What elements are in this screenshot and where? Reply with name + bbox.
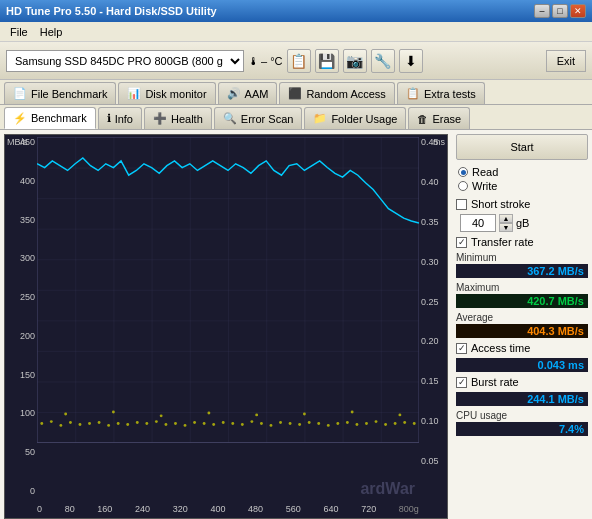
random-access-icon: ⬛ [288,87,302,100]
chart-y-axis-left: 450 400 350 300 250 200 150 100 50 0 [5,135,37,498]
maximum-row: Maximum 420.7 MB/s [456,282,588,308]
svg-point-12 [136,421,139,424]
svg-point-17 [184,424,187,427]
tab-health[interactable]: ➕ Health [144,107,212,129]
gb-spin-down[interactable]: ▼ [499,223,513,232]
thermometer-icon: 🌡 [248,55,259,67]
temperature-value: – °C [261,55,283,67]
tab-erase[interactable]: 🗑 Erase [408,107,470,129]
svg-point-19 [203,422,206,425]
svg-point-37 [375,420,378,423]
close-button[interactable]: ✕ [570,4,586,18]
gb-input[interactable] [460,214,496,232]
transfer-rate-checkbox[interactable]: ✓ [456,237,467,248]
toolbar-icon-2[interactable]: 💾 [315,49,339,73]
svg-point-13 [145,422,148,425]
extra-tests-icon: 📋 [406,87,420,100]
chart-y-axis-right: 0.45 0.40 0.35 0.30 0.25 0.20 0.15 0.10 … [419,135,447,498]
average-value: 404.3 MB/s [456,324,588,338]
svg-point-40 [403,421,406,424]
tab-extra-tests[interactable]: 📋 Extra tests [397,82,485,104]
svg-point-15 [164,423,167,426]
svg-point-42 [64,413,67,416]
maximum-label: Maximum [456,282,588,293]
chart-svg [37,137,419,443]
svg-point-45 [207,412,210,415]
toolbar-icon-5[interactable]: ⬇ [399,49,423,73]
transfer-rate-item[interactable]: ✓ Transfer rate [456,236,588,248]
chart-inner [37,137,419,500]
read-label: Read [472,166,498,178]
svg-point-31 [317,422,320,425]
svg-point-36 [365,422,368,425]
svg-point-47 [303,413,306,416]
tab-error-scan[interactable]: 🔍 Error Scan [214,107,303,129]
cpu-row: CPU usage 7.4% [456,410,588,436]
burst-rate-label: Burst rate [471,376,519,388]
short-stroke-checkbox[interactable] [456,199,467,210]
svg-point-3 [50,420,53,423]
info-icon: ℹ [107,112,111,125]
burst-rate-item[interactable]: ✓ Burst rate [456,376,588,388]
gb-spin-up[interactable]: ▲ [499,214,513,223]
write-radio[interactable] [458,181,468,191]
menu-file[interactable]: File [4,24,34,40]
toolbar-icon-3[interactable]: 📷 [343,49,367,73]
svg-point-5 [69,421,72,424]
access-time-item[interactable]: ✓ Access time [456,342,588,354]
svg-point-2 [40,422,43,425]
svg-point-30 [308,421,311,424]
write-radio-item[interactable]: Write [458,180,586,192]
svg-point-38 [384,423,387,426]
toolbar-icon-4[interactable]: 🔧 [371,49,395,73]
short-stroke-item[interactable]: Short stroke [456,198,588,210]
svg-point-48 [351,411,354,414]
error-scan-icon: 🔍 [223,112,237,125]
average-label: Average [456,312,588,323]
cpu-value: 7.4% [456,422,588,436]
svg-point-6 [79,423,82,426]
minimize-button[interactable]: – [534,4,550,18]
svg-point-16 [174,422,177,425]
svg-point-25 [260,422,263,425]
erase-icon: 🗑 [417,113,428,125]
disk-selector[interactable]: Samsung SSD 845DC PRO 800GB (800 g [6,50,244,72]
tab-aam[interactable]: 🔊 AAM [218,82,278,104]
read-radio-item[interactable]: Read [458,166,586,178]
tab-folder-usage[interactable]: 📁 Folder Usage [304,107,406,129]
tabs-row1: 📄 File Benchmark 📊 Disk monitor 🔊 AAM ⬛ … [0,80,592,105]
svg-point-32 [327,424,330,427]
tab-random-access[interactable]: ⬛ Random Access [279,82,394,104]
svg-point-24 [250,420,253,423]
title-bar: HD Tune Pro 5.50 - Hard Disk/SSD Utility… [0,0,592,22]
cpu-label: CPU usage [456,410,588,421]
svg-point-27 [279,421,282,424]
burst-rate-checkbox[interactable]: ✓ [456,377,467,388]
svg-point-29 [298,423,301,426]
start-button[interactable]: Start [456,134,588,160]
read-radio[interactable] [458,167,468,177]
exit-button[interactable]: Exit [546,50,586,72]
svg-point-41 [413,422,416,425]
svg-point-18 [193,421,196,424]
tab-benchmark[interactable]: ⚡ Benchmark [4,107,96,129]
svg-point-28 [289,422,292,425]
minimum-label: Minimum [456,252,588,263]
svg-point-21 [222,421,225,424]
access-time-checkbox[interactable]: ✓ [456,343,467,354]
menu-help[interactable]: Help [34,24,69,40]
svg-point-26 [270,424,273,427]
health-icon: ➕ [153,112,167,125]
main-content: MB/s ms 450 400 350 300 250 200 150 100 … [0,130,592,519]
maximize-button[interactable]: □ [552,4,568,18]
menu-bar: File Help [0,22,592,42]
toolbar-icon-1[interactable]: 📋 [287,49,311,73]
tab-info[interactable]: ℹ Info [98,107,142,129]
tab-file-benchmark[interactable]: 📄 File Benchmark [4,82,116,104]
temperature-display: 🌡 – °C [248,55,283,67]
svg-point-8 [98,421,101,424]
access-time-value: 0.043 ms [456,358,588,372]
toolbar: Samsung SSD 845DC PRO 800GB (800 g 🌡 – °… [0,42,592,80]
tab-disk-monitor[interactable]: 📊 Disk monitor [118,82,215,104]
svg-point-20 [212,423,215,426]
